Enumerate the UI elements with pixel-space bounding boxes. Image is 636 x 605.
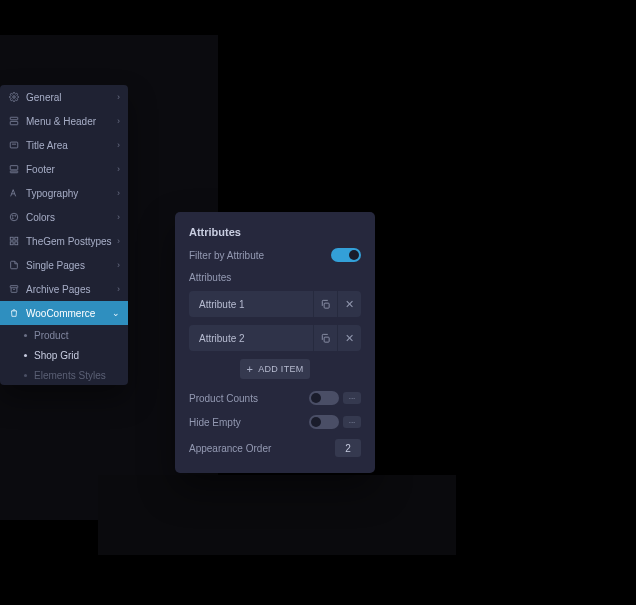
bullet-icon bbox=[24, 334, 27, 337]
chevron-right-icon: › bbox=[117, 188, 120, 198]
close-icon[interactable]: ✕ bbox=[337, 325, 361, 351]
appearance-order-input[interactable]: 2 bbox=[335, 439, 361, 457]
sidebar-sub-shop-grid[interactable]: Shop Grid bbox=[0, 345, 128, 365]
chevron-right-icon: › bbox=[117, 116, 120, 126]
sidebar-item-typography[interactable]: Typography › bbox=[0, 181, 128, 205]
svg-rect-17 bbox=[324, 303, 329, 308]
bag-icon bbox=[8, 307, 20, 319]
sidebar-sub-elements-styles[interactable]: Elements Styles bbox=[0, 365, 128, 385]
chevron-right-icon: › bbox=[117, 164, 120, 174]
attribute-name[interactable]: Attribute 2 bbox=[189, 333, 313, 344]
sidebar-item-label: Menu & Header bbox=[26, 116, 117, 127]
sidebar-item-archive-pages[interactable]: Archive Pages › bbox=[0, 277, 128, 301]
sidebar-item-label: General bbox=[26, 92, 117, 103]
chevron-right-icon: › bbox=[117, 260, 120, 270]
sidebar-sub-label: Shop Grid bbox=[34, 350, 79, 361]
sidebar-item-woocommerce[interactable]: WooCommerce ⌄ bbox=[0, 301, 128, 325]
sidebar-item-general[interactable]: General › bbox=[0, 85, 128, 109]
plus-icon: + bbox=[246, 363, 253, 375]
svg-rect-15 bbox=[10, 286, 18, 288]
svg-rect-5 bbox=[10, 166, 18, 170]
chevron-right-icon: › bbox=[117, 212, 120, 222]
product-counts-label: Product Counts bbox=[189, 393, 309, 404]
svg-point-0 bbox=[13, 96, 16, 99]
sidebar-item-label: TheGem Posttypes bbox=[26, 236, 117, 247]
title-icon bbox=[8, 139, 20, 151]
sidebar: General › Menu & Header › Title Area › F… bbox=[0, 85, 128, 385]
sidebar-item-label: WooCommerce bbox=[26, 308, 112, 319]
svg-rect-2 bbox=[10, 121, 18, 124]
hide-empty-toggle[interactable] bbox=[309, 415, 339, 429]
layout-icon bbox=[8, 115, 20, 127]
chevron-right-icon: › bbox=[117, 140, 120, 150]
sidebar-item-footer[interactable]: Footer › bbox=[0, 157, 128, 181]
more-icon[interactable]: ··· bbox=[343, 392, 361, 404]
palette-icon bbox=[8, 211, 20, 223]
copy-icon[interactable] bbox=[313, 291, 337, 317]
sidebar-item-title-area[interactable]: Title Area › bbox=[0, 133, 128, 157]
more-icon[interactable]: ··· bbox=[343, 416, 361, 428]
svg-rect-18 bbox=[324, 337, 329, 342]
sidebar-item-posttypes[interactable]: TheGem Posttypes › bbox=[0, 229, 128, 253]
sidebar-item-label: Footer bbox=[26, 164, 117, 175]
chevron-right-icon: › bbox=[117, 92, 120, 102]
panel-title: Attributes bbox=[189, 226, 361, 238]
attribute-item: Attribute 1 ✕ bbox=[189, 291, 361, 317]
add-item-button[interactable]: + ADD ITEM bbox=[240, 359, 310, 379]
sidebar-item-label: Archive Pages bbox=[26, 284, 117, 295]
hide-empty-label: Hide Empty bbox=[189, 417, 309, 428]
svg-rect-3 bbox=[10, 142, 18, 148]
bullet-icon bbox=[24, 374, 27, 377]
sidebar-item-label: Title Area bbox=[26, 140, 117, 151]
add-item-label: ADD ITEM bbox=[258, 364, 303, 374]
appearance-order-label: Appearance Order bbox=[189, 443, 335, 454]
sidebar-sub-label: Product bbox=[34, 330, 68, 341]
svg-rect-11 bbox=[10, 237, 13, 240]
svg-point-9 bbox=[15, 215, 16, 216]
chevron-right-icon: › bbox=[117, 236, 120, 246]
product-counts-toggle[interactable] bbox=[309, 391, 339, 405]
svg-rect-1 bbox=[10, 117, 18, 120]
svg-point-7 bbox=[10, 213, 18, 221]
svg-rect-6 bbox=[10, 171, 18, 173]
svg-point-8 bbox=[12, 215, 13, 216]
attribute-item: Attribute 2 ✕ bbox=[189, 325, 361, 351]
sidebar-item-colors[interactable]: Colors › bbox=[0, 205, 128, 229]
attributes-section-label: Attributes bbox=[189, 272, 361, 283]
svg-point-10 bbox=[12, 218, 13, 219]
attribute-name[interactable]: Attribute 1 bbox=[189, 299, 313, 310]
gear-icon bbox=[8, 91, 20, 103]
svg-rect-12 bbox=[15, 237, 18, 240]
sidebar-sub-product[interactable]: Product bbox=[0, 325, 128, 345]
chevron-right-icon: › bbox=[117, 284, 120, 294]
grid-icon bbox=[8, 235, 20, 247]
sidebar-sub-label: Elements Styles bbox=[34, 370, 106, 381]
svg-rect-14 bbox=[15, 242, 18, 245]
footer-icon bbox=[8, 163, 20, 175]
filter-by-attribute-label: Filter by Attribute bbox=[189, 250, 331, 261]
copy-icon[interactable] bbox=[313, 325, 337, 351]
page-icon bbox=[8, 259, 20, 271]
bullet-icon bbox=[24, 354, 27, 357]
archive-icon bbox=[8, 283, 20, 295]
sidebar-item-label: Colors bbox=[26, 212, 117, 223]
sidebar-item-label: Typography bbox=[26, 188, 117, 199]
attributes-panel: Attributes Filter by Attribute Attribute… bbox=[175, 212, 375, 473]
sidebar-item-label: Single Pages bbox=[26, 260, 117, 271]
sidebar-item-single-pages[interactable]: Single Pages › bbox=[0, 253, 128, 277]
filter-by-attribute-toggle[interactable] bbox=[331, 248, 361, 262]
text-icon bbox=[8, 187, 20, 199]
sidebar-item-menu-header[interactable]: Menu & Header › bbox=[0, 109, 128, 133]
svg-rect-13 bbox=[10, 242, 13, 245]
chevron-down-icon: ⌄ bbox=[112, 308, 120, 318]
close-icon[interactable]: ✕ bbox=[337, 291, 361, 317]
